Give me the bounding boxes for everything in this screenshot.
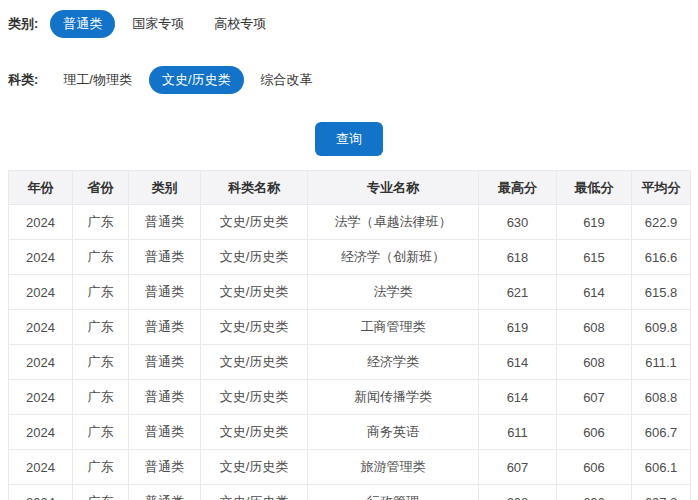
table-cell: 文史/历史类 bbox=[201, 345, 308, 380]
table-cell: 619 bbox=[479, 310, 557, 345]
table-row: 2024 广东 普通类 文史/历史类 经济学类 614 608 611.1 bbox=[9, 345, 691, 380]
table-cell: 经济学类 bbox=[308, 345, 479, 380]
table-cell: 606.7 bbox=[632, 415, 691, 450]
header-cell-category: 类别 bbox=[129, 171, 201, 205]
subject-option-wenshi[interactable]: 文史/历史类 bbox=[149, 66, 244, 94]
table-cell: 616.6 bbox=[632, 240, 691, 275]
header-cell-avg-score: 平均分 bbox=[632, 171, 691, 205]
table-cell: 文史/历史类 bbox=[201, 310, 308, 345]
table-cell: 旅游管理类 bbox=[308, 450, 479, 485]
table-cell: 广东 bbox=[73, 485, 129, 500]
table-cell: 606 bbox=[557, 485, 632, 500]
table-cell: 文史/历史类 bbox=[201, 485, 308, 500]
filter-row-category: 类别: 普通类 国家专项 高校专项 bbox=[8, 10, 690, 38]
results-table: 年份 省份 类别 科类名称 专业名称 最高分 最低分 平均分 2024 广东 普… bbox=[8, 170, 691, 500]
table-cell: 行政管理 bbox=[308, 485, 479, 500]
table-cell: 2024 bbox=[9, 415, 73, 450]
table-cell: 法学类 bbox=[308, 275, 479, 310]
table-cell: 2024 bbox=[9, 240, 73, 275]
table-cell: 普通类 bbox=[129, 415, 201, 450]
table-cell: 614 bbox=[479, 345, 557, 380]
table-cell: 新闻传播学类 bbox=[308, 380, 479, 415]
header-cell-major: 专业名称 bbox=[308, 171, 479, 205]
table-cell: 606.1 bbox=[632, 450, 691, 485]
table-cell: 621 bbox=[479, 275, 557, 310]
table-cell: 615 bbox=[557, 240, 632, 275]
table-cell: 2024 bbox=[9, 310, 73, 345]
table-row: 2024 广东 普通类 文史/历史类 旅游管理类 607 606 606.1 bbox=[9, 450, 691, 485]
table-row: 2024 广东 普通类 文史/历史类 行政管理 608 606 607.2 bbox=[9, 485, 691, 500]
table-cell: 普通类 bbox=[129, 310, 201, 345]
table-cell: 文史/历史类 bbox=[201, 415, 308, 450]
table-cell: 614 bbox=[479, 380, 557, 415]
table-cell: 611.1 bbox=[632, 345, 691, 380]
header-cell-year: 年份 bbox=[9, 171, 73, 205]
filter-row-subject: 科类: 理工/物理类 文史/历史类 综合改革 bbox=[8, 66, 690, 94]
table-cell: 文史/历史类 bbox=[201, 380, 308, 415]
table-cell: 普通类 bbox=[129, 240, 201, 275]
subject-option-ligong[interactable]: 理工/物理类 bbox=[50, 66, 145, 94]
table-cell: 商务英语 bbox=[308, 415, 479, 450]
table-cell: 608.8 bbox=[632, 380, 691, 415]
table-cell: 文史/历史类 bbox=[201, 240, 308, 275]
header-cell-subject: 科类名称 bbox=[201, 171, 308, 205]
category-filter-label: 类别: bbox=[8, 15, 38, 33]
category-option-guojiazhuanxiang[interactable]: 国家专项 bbox=[119, 10, 197, 38]
query-button-row: 查询 bbox=[8, 122, 690, 156]
table-cell: 606 bbox=[557, 415, 632, 450]
query-button[interactable]: 查询 bbox=[315, 122, 383, 156]
table-cell: 608 bbox=[557, 310, 632, 345]
table-row: 2024 广东 普通类 文史/历史类 法学（卓越法律班） 630 619 622… bbox=[9, 205, 691, 240]
table-header-row: 年份 省份 类别 科类名称 专业名称 最高分 最低分 平均分 bbox=[9, 171, 691, 205]
table-cell: 619 bbox=[557, 205, 632, 240]
table-cell: 622.9 bbox=[632, 205, 691, 240]
table-cell: 2024 bbox=[9, 275, 73, 310]
category-option-gaoxiaozhuanxiang[interactable]: 高校专项 bbox=[201, 10, 279, 38]
table-cell: 普通类 bbox=[129, 380, 201, 415]
table-row: 2024 广东 普通类 文史/历史类 法学类 621 614 615.8 bbox=[9, 275, 691, 310]
subject-filter-label: 科类: bbox=[8, 71, 38, 89]
table-cell: 广东 bbox=[73, 275, 129, 310]
table-cell: 广东 bbox=[73, 450, 129, 485]
table-row: 2024 广东 普通类 文史/历史类 工商管理类 619 608 609.8 bbox=[9, 310, 691, 345]
table-cell: 606 bbox=[557, 450, 632, 485]
table-cell: 普通类 bbox=[129, 205, 201, 240]
table-cell: 609.8 bbox=[632, 310, 691, 345]
table-cell: 2024 bbox=[9, 485, 73, 500]
table-cell: 广东 bbox=[73, 380, 129, 415]
table-cell: 普通类 bbox=[129, 450, 201, 485]
table-cell: 广东 bbox=[73, 310, 129, 345]
table-cell: 618 bbox=[479, 240, 557, 275]
table-cell: 607.2 bbox=[632, 485, 691, 500]
table-cell: 607 bbox=[557, 380, 632, 415]
table-cell: 经济学（创新班） bbox=[308, 240, 479, 275]
header-cell-max-score: 最高分 bbox=[479, 171, 557, 205]
table-cell: 普通类 bbox=[129, 345, 201, 380]
table-cell: 广东 bbox=[73, 240, 129, 275]
table-cell: 608 bbox=[557, 345, 632, 380]
table-cell: 2024 bbox=[9, 205, 73, 240]
table-cell: 611 bbox=[479, 415, 557, 450]
table-cell: 普通类 bbox=[129, 485, 201, 500]
table-cell: 广东 bbox=[73, 345, 129, 380]
table-cell: 广东 bbox=[73, 205, 129, 240]
table-cell: 614 bbox=[557, 275, 632, 310]
table-cell: 广东 bbox=[73, 415, 129, 450]
table-cell: 630 bbox=[479, 205, 557, 240]
table-row: 2024 广东 普通类 文史/历史类 经济学（创新班） 618 615 616.… bbox=[9, 240, 691, 275]
table-cell: 615.8 bbox=[632, 275, 691, 310]
table-cell: 文史/历史类 bbox=[201, 205, 308, 240]
table-cell: 2024 bbox=[9, 450, 73, 485]
table-cell: 普通类 bbox=[129, 275, 201, 310]
table-cell: 法学（卓越法律班） bbox=[308, 205, 479, 240]
category-option-putonglei[interactable]: 普通类 bbox=[50, 10, 115, 38]
table-cell: 文史/历史类 bbox=[201, 275, 308, 310]
admission-scores-page: 类别: 普通类 国家专项 高校专项 科类: 理工/物理类 文史/历史类 综合改革… bbox=[0, 0, 698, 500]
header-cell-province: 省份 bbox=[73, 171, 129, 205]
table-cell: 文史/历史类 bbox=[201, 450, 308, 485]
table-cell: 608 bbox=[479, 485, 557, 500]
table-row: 2024 广东 普通类 文史/历史类 商务英语 611 606 606.7 bbox=[9, 415, 691, 450]
table-cell: 2024 bbox=[9, 380, 73, 415]
header-cell-min-score: 最低分 bbox=[557, 171, 632, 205]
subject-option-zonghegaige[interactable]: 综合改革 bbox=[248, 66, 326, 94]
